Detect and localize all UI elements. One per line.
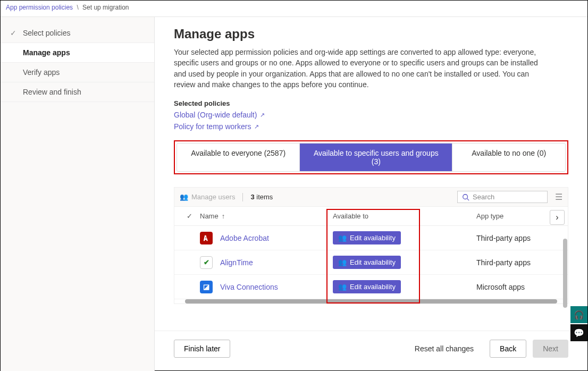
finish-later-button[interactable]: Finish later [174, 340, 230, 358]
availability-tabs: Available to everyone (2587) Available t… [177, 143, 566, 172]
headset-icon: 🎧 [574, 310, 584, 320]
app-type-cell: Third-party apps [455, 234, 564, 242]
people-icon: 👥 [338, 234, 347, 242]
toolbar-divider [242, 193, 243, 201]
scroll-right-button[interactable]: › [550, 210, 565, 225]
next-button[interactable]: Next [533, 340, 568, 358]
feedback-widget[interactable]: 💬 [570, 324, 587, 341]
sidebar-item-review-finish[interactable]: Review and finish [1, 82, 154, 102]
chevron-right-icon: › [556, 213, 558, 222]
sidebar-item-label: Verify apps [23, 68, 60, 77]
app-icon: ✔ [200, 256, 213, 269]
search-icon [462, 193, 469, 201]
tab-available-specific[interactable]: Available to specific users and groups (… [300, 144, 452, 171]
app-link[interactable]: Adobe Acrobat [220, 234, 269, 242]
breadcrumb-parent[interactable]: App permission policies [6, 4, 73, 11]
search-placeholder: Search [473, 193, 494, 201]
column-available-to[interactable]: Available to [333, 212, 455, 220]
sort-asc-icon: ↑ [222, 212, 225, 220]
filter-icon[interactable]: ☰ [555, 192, 562, 202]
people-icon: 👥 [338, 258, 347, 266]
edit-availability-button[interactable]: 👥 Edit availability [333, 280, 401, 293]
column-app-type[interactable]: App type [455, 212, 564, 220]
app-icon [200, 232, 213, 244]
sidebar-item-label: Select policies [23, 29, 71, 37]
search-input[interactable]: Search [457, 191, 548, 203]
selected-policies-label: Selected policies [174, 99, 568, 107]
edit-availability-button[interactable]: 👥 Edit availability [333, 256, 401, 269]
side-widgets: 🎧 💬 [570, 306, 587, 342]
svg-line-1 [467, 198, 469, 200]
reset-all-changes-button[interactable]: Reset all changes [405, 340, 483, 357]
column-name[interactable]: Name ↑ [200, 212, 333, 220]
edit-availability-label: Edit availability [350, 283, 396, 291]
vertical-scrollbar[interactable] [563, 239, 567, 308]
item-count-word: items [256, 193, 273, 201]
policy-link-label: Global (Org-wide default) [174, 111, 257, 119]
sidebar-item-verify-apps[interactable]: Verify apps [1, 63, 154, 82]
app-icon: ◪ [200, 281, 213, 293]
policy-link-label: Policy for temp workers [174, 122, 251, 131]
sidebar-item-manage-apps[interactable]: Manage apps [1, 43, 154, 63]
table-header: ✓ Name ↑ Available to App type [174, 207, 568, 226]
feedback-icon: 💬 [574, 328, 584, 338]
checkmark-icon: ✓ [10, 29, 18, 37]
people-icon: 👥 [338, 283, 347, 291]
edit-availability-label: Edit availability [350, 234, 396, 242]
open-external-icon: ↗ [260, 112, 265, 119]
manage-users-button[interactable]: 👥 Manage users [180, 193, 235, 201]
table-row: ✔ AlignTime 👥 Edit availability Third-pa… [174, 250, 568, 275]
wizard-sidebar: ✓ Select policies Manage apps Verify app… [1, 17, 155, 371]
table-row: Adobe Acrobat 👥 Edit availability Third-… [174, 226, 568, 250]
back-button[interactable]: Back [490, 340, 526, 358]
item-count: 3 items [250, 193, 273, 201]
availability-tabs-highlight: Available to everyone (2587) Available t… [174, 140, 568, 174]
table-toolbar: 👥 Manage users 3 items Search ☰ [174, 187, 568, 206]
app-link[interactable]: Viva Connections [220, 283, 278, 291]
wizard-footer: Finish later Reset all changes Back Next [155, 331, 587, 370]
horizontal-scrollbar[interactable] [185, 299, 557, 303]
svg-point-0 [463, 194, 468, 199]
app-type-cell: Third-party apps [455, 258, 564, 267]
tab-available-everyone[interactable]: Available to everyone (2587) [177, 144, 300, 171]
manage-users-label: Manage users [191, 193, 235, 201]
column-name-label: Name [200, 212, 219, 220]
open-external-icon: ↗ [254, 123, 259, 130]
help-widget[interactable]: 🎧 [570, 306, 587, 323]
breadcrumb-separator: \ [74, 4, 80, 11]
breadcrumb-current: Set up migration [82, 4, 129, 11]
policy-link-global[interactable]: Global (Org-wide default) ↗ [174, 111, 568, 119]
page-description: Your selected app permission policies an… [174, 47, 551, 90]
item-count-number: 3 [250, 193, 254, 201]
main-panel: Manage apps Your selected app permission… [155, 17, 587, 371]
tab-available-no-one[interactable]: Available to no one (0) [452, 144, 565, 171]
app-link[interactable]: AlignTime [220, 258, 253, 267]
edit-availability-label: Edit availability [350, 258, 396, 266]
app-type-cell: Microsoft apps [455, 283, 564, 291]
people-icon: 👥 [180, 193, 188, 201]
breadcrumb: App permission policies \ Set up migrati… [1, 1, 587, 17]
sidebar-item-select-policies[interactable]: ✓ Select policies [1, 23, 154, 43]
table-row: ◪ Viva Connections 👥 Edit availability M… [174, 275, 568, 299]
sidebar-item-label: Review and finish [23, 88, 81, 96]
edit-availability-button[interactable]: 👥 Edit availability [333, 231, 401, 244]
policy-link-temp-workers[interactable]: Policy for temp workers ↗ [174, 122, 568, 131]
page-title: Manage apps [174, 27, 568, 41]
sidebar-item-label: Manage apps [23, 48, 70, 57]
select-all-checkbox[interactable]: ✓ [179, 212, 200, 220]
apps-table: › ✓ Name ↑ Available to App type Adobe A… [174, 206, 568, 304]
